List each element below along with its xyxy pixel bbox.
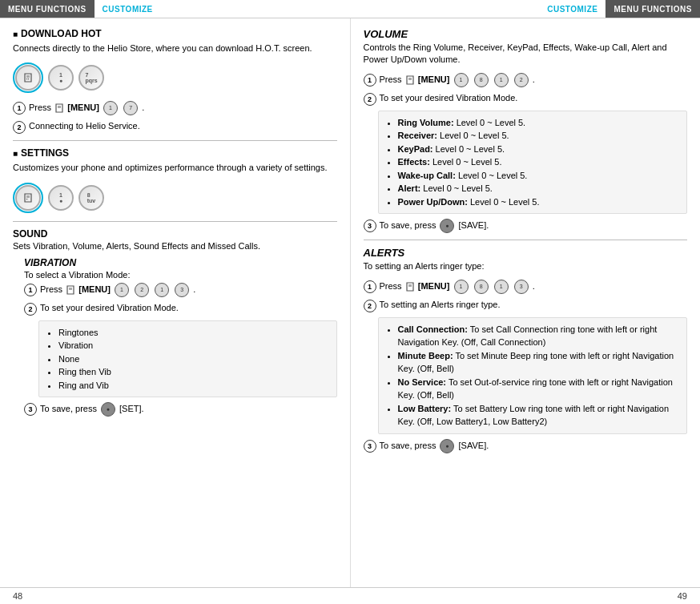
page-header: MENU FUNCTIONS CUSTOMIZE CUSTOMIZE MENU …	[0, 0, 700, 18]
right-panel: VOLUME Controls the Ring Volume, Receive…	[351, 18, 701, 587]
step2-vol: 2 To set your desired Vibration Mode.	[364, 92, 688, 106]
menu-button-dl: 1●	[48, 65, 74, 91]
vibration-bullet-item: Ring and Vib	[58, 379, 328, 393]
vibration-bullet-box: RingtonesVibrationNoneRing then VibRing …	[38, 320, 337, 398]
download-hot-buttons: 1● 7pqrs	[13, 62, 337, 93]
separator-settings	[13, 140, 337, 141]
menu-functions-tab-right: MENU FUNCTIONS	[605, 0, 700, 18]
alerts-bullet-item: Minute Beep: To set Minute Beep ring ton…	[398, 349, 679, 376]
page-number-right: 49	[350, 591, 687, 601]
step2-al: 2 To setting an Alerts ringer type.	[364, 299, 688, 312]
volume-bullet-item: Receiver: Level 0 ~ Level 5.	[398, 129, 679, 143]
vibration-section: VIBRATION To select a Vibration Mode: 1 …	[24, 257, 337, 417]
vibration-sub: To select a Vibration Mode:	[24, 270, 337, 280]
step2-vib: 2 To set your desired Vibration Mode.	[24, 302, 337, 316]
step1-al: 1 Press [MENU] 1 8 1 3 .	[364, 280, 688, 294]
phone-button-dl	[13, 62, 43, 93]
menu-functions-label-left: MENU FUNCTIONS	[8, 5, 86, 14]
menu-functions-tab-left: MENU FUNCTIONS	[0, 0, 95, 18]
vibration-bullet-item: Vibration	[58, 339, 328, 352]
alerts-bullet-item: Call Connection: To set Call Connection …	[398, 323, 679, 349]
page-number-left: 48	[13, 591, 350, 601]
alerts-desc: To setting an Alerts ringer type:	[364, 260, 688, 272]
sound-title: SOUND	[13, 228, 337, 240]
sound-desc: Sets Vibration, Volume, Alerts, Sound Ef…	[13, 241, 337, 251]
alerts-bullet-box: Call Connection: To set Call Connection …	[378, 317, 688, 434]
vibration-bullet-item: None	[58, 352, 328, 366]
alerts-bullet-item: No Service: To set Out-of-service ring t…	[398, 376, 679, 402]
svg-rect-2	[28, 79, 29, 79]
customize-text-left: CUSTOMIZE	[103, 5, 153, 14]
download-hot-title: DOWNLOAD HOT	[13, 28, 337, 39]
step3-vol: 3 To save, press ● [SAVE].	[364, 219, 688, 233]
volume-desc: Controls the Ring Volume, Receiver, KeyP…	[364, 42, 688, 66]
main-content: DOWNLOAD HOT Connects directly to the He…	[0, 18, 700, 587]
menu-functions-label-right: MENU FUNCTIONS	[614, 5, 692, 14]
volume-bullet-item: Power Up/Down: Level 0 ~ Level 5.	[398, 195, 679, 209]
volume-bullet-item: KeyPad: Level 0 ~ Level 5.	[398, 143, 679, 156]
step1-dl: 1 Press [MENU] 1 7 .	[13, 101, 337, 115]
separator-alerts	[364, 240, 688, 240]
phone-button-set	[13, 183, 43, 213]
nav-button-set: 8tuv	[78, 185, 104, 211]
customize-label-left: CUSTOMIZE	[95, 0, 161, 18]
alerts-title: ALERTS	[364, 247, 688, 259]
volume-bullet-item: Wake-up Call: Level 0 ~ Level 5.	[398, 169, 679, 183]
nav-button-dl: 7pqrs	[78, 65, 104, 91]
left-panel: DOWNLOAD HOT Connects directly to the He…	[0, 18, 351, 587]
vibration-bullet-item: Ring then Vib	[58, 365, 328, 379]
step2-dl: 2 Connecting to Helio Service.	[13, 120, 337, 134]
svg-rect-3	[58, 106, 61, 108]
header-left: MENU FUNCTIONS CUSTOMIZE	[0, 0, 350, 18]
step1-vib: 1 Press [MENU] 1 2 1 3 .	[24, 283, 337, 297]
download-hot-desc: Connects directly to the Helio Store, wh…	[13, 42, 337, 54]
settings-buttons: 1● 8tuv	[13, 183, 337, 213]
volume-bullet-item: Alert: Level 0 ~ Level 5.	[398, 182, 679, 195]
step1-vol: 1 Press [MENU] 1 8 1 2 .	[364, 73, 688, 87]
svg-rect-7	[408, 78, 412, 80]
svg-rect-4	[26, 195, 30, 198]
header-right: CUSTOMIZE MENU FUNCTIONS	[350, 0, 700, 18]
vibration-bullet-item: Ringtones	[58, 326, 328, 340]
svg-rect-5	[26, 199, 27, 199]
svg-rect-1	[26, 79, 27, 79]
customize-label-right: CUSTOMIZE	[539, 0, 605, 18]
svg-rect-6	[69, 288, 72, 290]
volume-title: VOLUME	[364, 28, 688, 40]
vibration-title: VIBRATION	[24, 257, 337, 268]
volume-bullet-item: Effects: Level 0 ~ Level 5.	[398, 155, 679, 169]
separator-sound	[13, 221, 337, 222]
step3-al: 3 To save, press ● [SAVE].	[364, 439, 688, 453]
page-footer: 48 49	[0, 587, 700, 604]
settings-title: SETTINGS	[13, 147, 337, 159]
volume-bullet-box: Ring Volume: Level 0 ~ Level 5.Receiver:…	[378, 111, 688, 215]
alerts-bullet-item: Low Battery: To set Battery Low ring ton…	[398, 402, 679, 429]
volume-bullet-item: Ring Volume: Level 0 ~ Level 5.	[398, 116, 679, 130]
step3-vib: 3 To save, press ● [SET].	[24, 402, 337, 417]
svg-rect-0	[26, 75, 30, 78]
settings-desc: Customizes your phone and optimizes perf…	[13, 162, 337, 174]
customize-text-right: CUSTOMIZE	[547, 5, 597, 14]
menu-button-set: 1●	[48, 185, 74, 211]
svg-rect-8	[408, 284, 412, 287]
